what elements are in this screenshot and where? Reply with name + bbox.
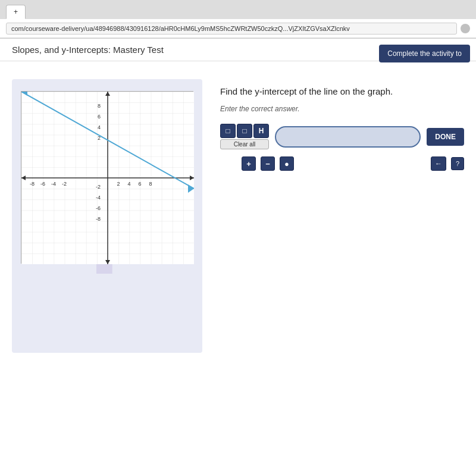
svg-text:4: 4	[127, 181, 130, 187]
svg-text:-2: -2	[62, 181, 67, 187]
format-button-3[interactable]: H	[253, 124, 269, 138]
format-button-2[interactable]: □	[237, 124, 252, 138]
clear-all-button[interactable]: Clear all	[220, 139, 269, 149]
main-content: ?	[0, 67, 476, 365]
svg-text:6: 6	[138, 181, 141, 187]
format-button-1[interactable]: □	[220, 124, 236, 138]
svg-text:8: 8	[98, 103, 101, 109]
graph-canvas: -8 -6 -4 -2 2 4 6 8 8 6 4 2 -2 -4 -6 -	[21, 91, 193, 264]
instruction-text: Enter the correct answer.	[220, 105, 464, 113]
svg-text:-6: -6	[96, 205, 101, 211]
page-content: Slopes, and y-Intercepts: Mastery Test C…	[0, 39, 476, 476]
tab-bar: +	[0, 0, 476, 19]
left-arrow-button[interactable]: ←	[431, 156, 446, 171]
svg-text:8: 8	[149, 181, 152, 187]
plus-button[interactable]: +	[242, 156, 256, 171]
minus-button[interactable]: −	[261, 156, 275, 171]
done-button[interactable]: DONE	[427, 128, 464, 146]
browser-tab[interactable]: +	[6, 5, 26, 19]
svg-text:-4: -4	[51, 181, 56, 187]
answer-row: □ □ H Clear all DONE	[220, 124, 464, 149]
browser-menu-button[interactable]	[461, 24, 470, 33]
svg-text:-2: -2	[96, 184, 101, 190]
page-title: Slopes, and y-Intercepts: Mastery Test	[12, 45, 164, 55]
svg-text:4: 4	[98, 124, 101, 130]
answer-input[interactable]	[275, 126, 421, 148]
url-display: com/courseware-delivery/ua/48946988/4309…	[6, 23, 457, 35]
svg-text:-8: -8	[96, 216, 101, 222]
svg-text:2: 2	[117, 181, 120, 187]
format-btn-row: □ □ H	[220, 124, 269, 138]
svg-text:-8: -8	[30, 181, 35, 187]
browser-chrome: + com/courseware-delivery/ua/48946988/43…	[0, 0, 476, 39]
dot-button[interactable]: ●	[280, 156, 294, 171]
format-buttons: □ □ H Clear all	[220, 124, 269, 149]
address-bar: com/courseware-delivery/ua/48946988/4309…	[0, 19, 476, 38]
graph-svg: -8 -6 -4 -2 2 4 6 8 8 6 4 2 -2 -4 -6 -	[21, 92, 194, 264]
svg-text:-6: -6	[40, 181, 45, 187]
question-text: Find the y-intercept of the line on the …	[220, 85, 464, 98]
svg-text:6: 6	[98, 114, 101, 120]
help-button[interactable]: ?	[451, 157, 464, 170]
graph-container: ?	[12, 79, 202, 353]
complete-activity-button[interactable]: Complete the activity to	[379, 45, 470, 62]
svg-text:-4: -4	[96, 195, 101, 201]
right-panel: Find the y-intercept of the line on the …	[220, 79, 464, 353]
symbol-row: + − ● ← ?	[242, 156, 464, 171]
